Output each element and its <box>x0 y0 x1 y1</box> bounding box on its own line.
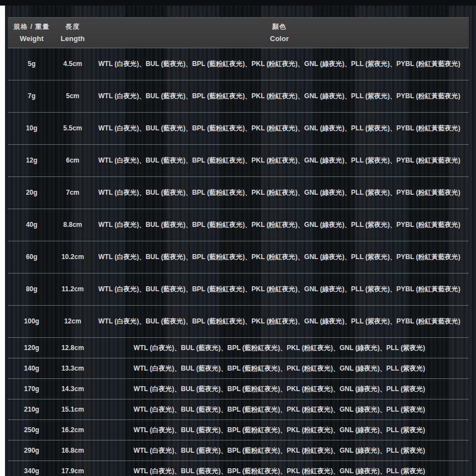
length-cell: 8.8cm <box>55 219 90 231</box>
length-cell: 5cm <box>55 90 90 102</box>
length-cell: 12.8cm <box>55 342 90 354</box>
length-cell: 16.2cm <box>55 424 90 436</box>
header-weight-en: Weight <box>8 33 55 44</box>
header-weight-zh: 規格 / 重量 <box>8 21 55 33</box>
color-cell: WTL (白夜光)、BUL (藍夜光)、BPL (藍粉紅夜光)、PKL (粉紅夜… <box>90 363 469 374</box>
length-cell: 17.9cm <box>55 465 90 476</box>
table-row: 12g6cmWTL (白夜光)、BUL (藍夜光)、BPL (藍粉紅夜光)、PK… <box>8 144 469 176</box>
weight-cell: 210g <box>8 404 55 416</box>
weight-cell: 100g <box>8 316 55 327</box>
left-white-strip <box>0 6 5 476</box>
table-row: 140g13.3cmWTL (白夜光)、BUL (藍夜光)、BPL (藍粉紅夜光… <box>8 358 469 378</box>
length-cell: 11.2cm <box>55 283 90 295</box>
header-length: 長度 Length <box>55 21 90 44</box>
spec-table: 規格 / 重量 Weight 長度 Length 顏色 Color 5g4.5c… <box>8 17 469 476</box>
length-cell: 7cm <box>55 187 90 199</box>
weight-cell: 60g <box>8 251 55 263</box>
header-length-en: Length <box>55 33 90 44</box>
weight-cell: 10g <box>8 123 55 134</box>
weight-cell: 12g <box>8 155 55 166</box>
color-cell: WTL (白夜光)、BUL (藍夜光)、BPL (藍粉紅夜光)、PKL (粉紅夜… <box>90 155 469 166</box>
color-cell: WTL (白夜光)、BUL (藍夜光)、BPL (藍粉紅夜光)、PKL (粉紅夜… <box>90 316 469 327</box>
table-row: 40g8.8cmWTL (白夜光)、BUL (藍夜光)、BPL (藍粉紅夜光)、… <box>8 209 469 241</box>
length-cell: 14.3cm <box>55 383 90 395</box>
color-cell: WTL (白夜光)、BUL (藍夜光)、BPL (藍粉紅夜光)、PKL (粉紅夜… <box>90 58 469 70</box>
header-color-zh: 顏色 <box>90 21 469 33</box>
color-cell: WTL (白夜光)、BUL (藍夜光)、BPL (藍粉紅夜光)、PKL (粉紅夜… <box>90 219 469 231</box>
weight-cell: 250g <box>8 424 55 436</box>
color-cell: WTL (白夜光)、BUL (藍夜光)、BPL (藍粉紅夜光)、PKL (粉紅夜… <box>90 404 469 416</box>
table-row: 10g5.5cmWTL (白夜光)、BUL (藍夜光)、BPL (藍粉紅夜光)、… <box>8 112 469 144</box>
length-cell: 5.5cm <box>55 123 90 134</box>
table-row: 120g12.8cmWTL (白夜光)、BUL (藍夜光)、BPL (藍粉紅夜光… <box>8 337 469 358</box>
table-row: 210g15.1cmWTL (白夜光)、BUL (藍夜光)、BPL (藍粉紅夜光… <box>8 399 469 419</box>
header-weight: 規格 / 重量 Weight <box>8 21 55 44</box>
table-row: 7g5cmWTL (白夜光)、BUL (藍夜光)、BPL (藍粉紅夜光)、PKL… <box>8 80 469 112</box>
length-cell: 4.5cm <box>55 58 90 70</box>
length-cell: 16.8cm <box>55 445 90 457</box>
weight-cell: 80g <box>8 283 55 295</box>
table-row: 60g10.2cmWTL (白夜光)、BUL (藍夜光)、BPL (藍粉紅夜光)… <box>8 241 469 273</box>
table-row: 100g12cmWTL (白夜光)、BUL (藍夜光)、BPL (藍粉紅夜光)、… <box>8 305 469 337</box>
header-color-en: Color <box>90 33 469 44</box>
color-cell: WTL (白夜光)、BUL (藍夜光)、BPL (藍粉紅夜光)、PKL (粉紅夜… <box>90 283 469 295</box>
weight-cell: 140g <box>8 363 55 374</box>
color-cell: WTL (白夜光)、BUL (藍夜光)、BPL (藍粉紅夜光)、PKL (粉紅夜… <box>90 251 469 263</box>
table-row: 340g17.9cmWTL (白夜光)、BUL (藍夜光)、BPL (藍粉紅夜光… <box>8 460 469 476</box>
weight-cell: 170g <box>8 383 55 395</box>
color-cell: WTL (白夜光)、BUL (藍夜光)、BPL (藍粉紅夜光)、PKL (粉紅夜… <box>90 123 469 134</box>
color-cell: WTL (白夜光)、BUL (藍夜光)、BPL (藍粉紅夜光)、PKL (粉紅夜… <box>90 465 469 476</box>
header-length-zh: 長度 <box>55 21 90 33</box>
weight-cell: 20g <box>8 187 55 199</box>
color-cell: WTL (白夜光)、BUL (藍夜光)、BPL (藍粉紅夜光)、PKL (粉紅夜… <box>90 342 469 354</box>
weight-cell: 5g <box>8 58 55 70</box>
weight-cell: 290g <box>8 445 55 457</box>
length-cell: 15.1cm <box>55 404 90 416</box>
length-cell: 6cm <box>55 155 90 166</box>
color-cell: WTL (白夜光)、BUL (藍夜光)、BPL (藍粉紅夜光)、PKL (粉紅夜… <box>90 383 469 395</box>
length-cell: 13.3cm <box>55 363 90 374</box>
top-dark-bar <box>0 0 476 6</box>
color-cell: WTL (白夜光)、BUL (藍夜光)、BPL (藍粉紅夜光)、PKL (粉紅夜… <box>90 445 469 457</box>
color-cell: WTL (白夜光)、BUL (藍夜光)、BPL (藍粉紅夜光)、PKL (粉紅夜… <box>90 90 469 102</box>
table-body: 5g4.5cmWTL (白夜光)、BUL (藍夜光)、BPL (藍粉紅夜光)、P… <box>8 48 469 476</box>
header-color: 顏色 Color <box>90 21 469 44</box>
color-cell: WTL (白夜光)、BUL (藍夜光)、BPL (藍粉紅夜光)、PKL (粉紅夜… <box>90 187 469 199</box>
page-background: 規格 / 重量 Weight 長度 Length 顏色 Color 5g4.5c… <box>0 0 476 476</box>
length-cell: 12cm <box>55 316 90 327</box>
weight-cell: 7g <box>8 90 55 102</box>
table-row: 170g14.3cmWTL (白夜光)、BUL (藍夜光)、BPL (藍粉紅夜光… <box>8 378 469 399</box>
table-row: 5g4.5cmWTL (白夜光)、BUL (藍夜光)、BPL (藍粉紅夜光)、P… <box>8 48 469 80</box>
table-row: 20g7cmWTL (白夜光)、BUL (藍夜光)、BPL (藍粉紅夜光)、PK… <box>8 176 469 209</box>
table-header-row: 規格 / 重量 Weight 長度 Length 顏色 Color <box>8 17 469 48</box>
weight-cell: 120g <box>8 342 55 354</box>
table-row: 290g16.8cmWTL (白夜光)、BUL (藍夜光)、BPL (藍粉紅夜光… <box>8 440 469 460</box>
length-cell: 10.2cm <box>55 251 90 263</box>
table-row: 250g16.2cmWTL (白夜光)、BUL (藍夜光)、BPL (藍粉紅夜光… <box>8 419 469 440</box>
color-cell: WTL (白夜光)、BUL (藍夜光)、BPL (藍粉紅夜光)、PKL (粉紅夜… <box>90 424 469 436</box>
weight-cell: 340g <box>8 465 55 476</box>
weight-cell: 40g <box>8 219 55 231</box>
table-row: 80g11.2cmWTL (白夜光)、BUL (藍夜光)、BPL (藍粉紅夜光)… <box>8 273 469 305</box>
